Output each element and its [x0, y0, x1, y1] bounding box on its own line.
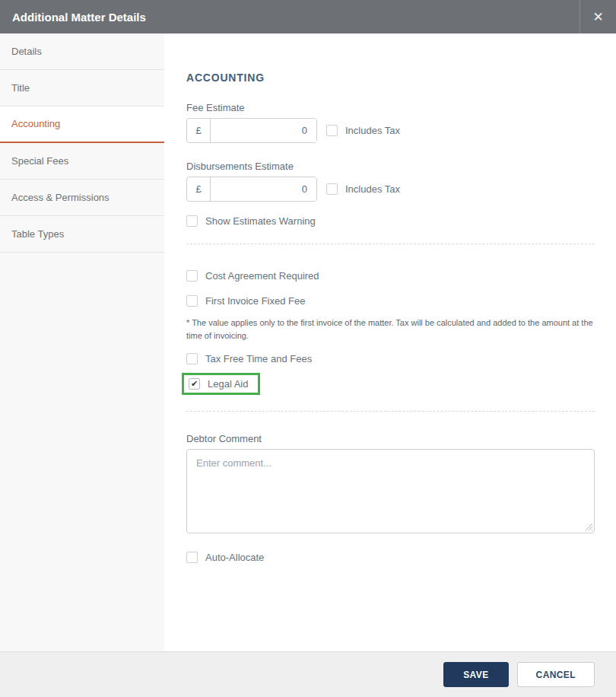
debtor-comment-label: Debtor Comment [186, 433, 595, 444]
sidebar-item-access-permissions[interactable]: Access & Permissions [0, 180, 164, 216]
disbursements-estimate-label: Disbursements Estimate [186, 161, 595, 172]
save-button[interactable]: SAVE [443, 662, 508, 687]
disbursements-estimate-row: £ Includes Tax [186, 177, 595, 202]
fee-estimate-input[interactable] [211, 119, 316, 142]
sidebar-item-special-fees[interactable]: Special Fees [0, 143, 164, 180]
first-invoice-fixed-fee-checkbox[interactable] [186, 295, 198, 307]
currency-symbol: £ [187, 177, 211, 201]
modal-footer: SAVE CANCEL [0, 651, 616, 697]
disbursements-estimate-input-group: £ [186, 177, 317, 202]
disbursements-includes-tax-label: Includes Tax [345, 183, 400, 195]
tax-free-time-and-fees-checkbox-row[interactable]: Tax Free Time and Fees [186, 353, 595, 364]
sidebar-item-details[interactable]: Details [0, 33, 164, 70]
cancel-button[interactable]: CANCEL [517, 662, 595, 687]
close-icon[interactable]: ✕ [579, 0, 616, 33]
disbursements-includes-tax-checkbox[interactable] [326, 183, 338, 195]
disbursements-estimate-input[interactable] [211, 177, 316, 201]
first-invoice-fixed-fee-label: First Invoice Fixed Fee [205, 295, 306, 307]
sidebar-item-title[interactable]: Title [0, 70, 164, 107]
debtor-comment-wrap [186, 449, 595, 533]
accounting-panel: ACCOUNTING Fee Estimate £ Includes Tax D… [164, 33, 616, 651]
fee-estimate-row: £ Includes Tax [186, 118, 595, 143]
legal-aid-highlight-box: ✔ Legal Aid [182, 373, 260, 395]
cost-agreement-required-checkbox[interactable] [186, 270, 198, 282]
auto-allocate-label: Auto-Allocate [205, 552, 264, 563]
fee-includes-tax-label: Includes Tax [345, 125, 400, 136]
fee-estimate-label: Fee Estimate [186, 102, 595, 113]
cost-agreement-required-checkbox-row[interactable]: Cost Agreement Required [186, 270, 595, 282]
tax-free-time-and-fees-checkbox[interactable] [186, 353, 198, 364]
divider [186, 243, 595, 244]
first-invoice-note: * The value applies only to the first in… [186, 317, 595, 342]
currency-symbol: £ [187, 119, 211, 142]
modal-body: Details Title Accounting Special Fees Ac… [0, 33, 616, 651]
sidebar-item-table-types[interactable]: Table Types [0, 216, 164, 253]
legal-aid-checkbox[interactable]: ✔ [189, 378, 200, 390]
modal-header: Additional Matter Details ✕ [0, 0, 616, 33]
show-estimates-warning-checkbox[interactable] [186, 215, 198, 227]
debtor-comment-textarea[interactable] [186, 449, 595, 533]
show-estimates-warning-checkbox-row[interactable]: Show Estimates Warning [186, 215, 595, 227]
disbursements-includes-tax-checkbox-row[interactable]: Includes Tax [326, 183, 400, 195]
auto-allocate-checkbox[interactable] [186, 552, 198, 563]
divider [186, 411, 595, 412]
fee-includes-tax-checkbox-row[interactable]: Includes Tax [326, 125, 400, 136]
legal-aid-label: Legal Aid [208, 378, 249, 390]
modal-title: Additional Matter Details [0, 11, 579, 24]
cost-agreement-required-label: Cost Agreement Required [205, 270, 319, 282]
sidebar: Details Title Accounting Special Fees Ac… [0, 33, 164, 651]
show-estimates-warning-label: Show Estimates Warning [205, 215, 316, 227]
section-title: ACCOUNTING [186, 72, 595, 84]
sidebar-item-accounting[interactable]: Accounting [0, 107, 164, 143]
fee-estimate-input-group: £ [186, 118, 317, 143]
first-invoice-fixed-fee-checkbox-row[interactable]: First Invoice Fixed Fee [186, 295, 595, 307]
auto-allocate-checkbox-row[interactable]: Auto-Allocate [186, 552, 595, 563]
fee-includes-tax-checkbox[interactable] [326, 125, 338, 136]
legal-aid-checkbox-row[interactable]: ✔ Legal Aid [189, 378, 249, 390]
tax-free-time-and-fees-label: Tax Free Time and Fees [205, 353, 312, 364]
